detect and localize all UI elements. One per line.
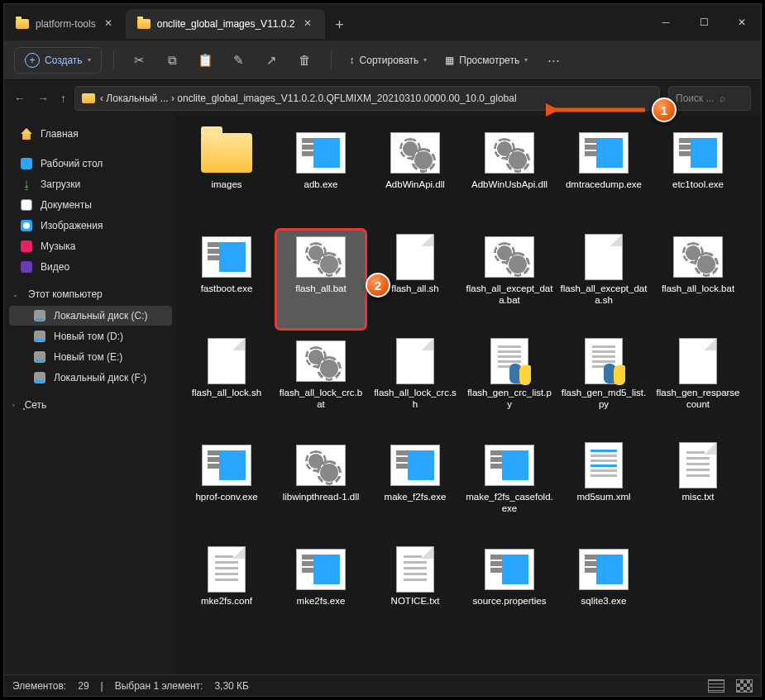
file-item[interactable]: AdbWinApi.dll [370, 125, 461, 226]
close-icon[interactable]: ✕ [103, 18, 114, 30]
file-item[interactable]: flash_all_lock.sh [181, 333, 272, 434]
file-label: AdbWinApi.dll [385, 179, 445, 191]
details-view-button[interactable] [708, 679, 724, 693]
file-item[interactable]: mke2fs.exe [275, 541, 366, 642]
file-item[interactable]: flash_gen_resparsecount [653, 333, 743, 434]
file-icon [669, 442, 727, 488]
file-item[interactable]: adb.exe [275, 125, 366, 226]
sidebar-item-label: Документы [41, 199, 92, 211]
sidebar-item-home[interactable]: Главная [9, 124, 172, 144]
file-icon [292, 234, 350, 280]
breadcrumb-lead: ‹ [100, 93, 103, 104]
sidebar-group-thispc[interactable]: ⌄ Этот компьютер [4, 283, 177, 305]
file-item[interactable]: libwinpthread-1.dll [275, 437, 366, 538]
file-item[interactable]: misc.txt [653, 437, 743, 538]
file-icon [575, 338, 633, 384]
file-icon [386, 338, 444, 384]
breadcrumb-part[interactable]: Локальный ... [106, 93, 168, 104]
sidebar-group-network[interactable]: › Сеть [4, 394, 177, 416]
sidebar-item-video[interactable]: Видео [9, 257, 172, 277]
sidebar-item-drive-c[interactable]: Локальный диск (C:) [9, 306, 172, 326]
view-button[interactable]: ▦ Просмотреть ▾ [438, 55, 534, 66]
file-item[interactable]: make_f2fs.exe [370, 437, 461, 538]
sidebar-item-pictures[interactable]: Изображения [9, 216, 172, 236]
file-item[interactable]: make_f2fs_casefold.exe [464, 437, 555, 538]
chevron-down-icon: ⌄ [12, 291, 18, 298]
file-label: flash_all_lock_crc.bat [277, 388, 365, 411]
sidebar-item-desktop[interactable]: Рабочий стол [9, 154, 172, 174]
file-grid[interactable]: imagesadb.exeAdbWinApi.dllAdbWinUsbApi.d… [178, 117, 761, 674]
file-icon [386, 130, 444, 176]
chevron-down-icon: ▾ [423, 56, 427, 64]
sidebar-item-documents[interactable]: Документы [9, 195, 172, 215]
item-count: 29 [78, 680, 88, 692]
share-button[interactable]: ↗ [258, 47, 286, 74]
file-item[interactable]: flash_gen_md5_list.py [558, 333, 649, 434]
paste-button[interactable]: 📋 [192, 47, 220, 74]
new-tab-button[interactable]: + [325, 9, 355, 40]
search-input[interactable]: Поиск ... ⌕ [668, 86, 751, 111]
minimize-button[interactable]: ─ [647, 4, 685, 40]
sidebar-item-label: Новый том (D:) [54, 331, 123, 342]
file-item[interactable]: flash_all.bat [275, 229, 366, 330]
file-item[interactable]: source.properties [464, 541, 555, 642]
chevron-right-icon: › [12, 402, 15, 409]
file-item[interactable]: etc1tool.exe [653, 125, 743, 226]
rename-button[interactable]: ✎ [225, 47, 253, 74]
file-icon [386, 546, 444, 593]
maximize-button[interactable]: ☐ [685, 4, 723, 40]
file-icon [292, 338, 350, 384]
up-button[interactable]: ↑ [60, 92, 66, 105]
sidebar-item-drive-e[interactable]: Новый том (E:) [9, 347, 172, 367]
file-icon [198, 442, 256, 488]
close-button[interactable]: ✕ [723, 4, 761, 40]
sidebar-item-downloads[interactable]: ⭳Загрузки [9, 174, 172, 194]
file-item[interactable]: mke2fs.conf [181, 541, 272, 642]
file-item[interactable]: md5sum.xml [558, 437, 649, 538]
sidebar-item-label: Рабочий стол [41, 158, 103, 169]
tab-platform-tools[interactable]: platform-tools ✕ [4, 9, 126, 39]
file-item[interactable]: fastboot.exe [181, 229, 272, 330]
sidebar-item-label: Видео [41, 261, 69, 273]
file-item[interactable]: flash_all_except_data.sh [558, 229, 649, 330]
file-item[interactable]: flash_all_lock_crc.sh [370, 333, 461, 434]
file-item[interactable]: NOTICE.txt [370, 541, 461, 642]
sidebar-item-label: Локальный диск (F:) [54, 372, 146, 383]
file-item[interactable]: AdbWinUsbApi.dll [464, 125, 555, 226]
back-button[interactable]: ← [14, 92, 26, 105]
file-icon [481, 234, 538, 280]
delete-button[interactable]: 🗑 [291, 47, 319, 74]
file-item[interactable]: dmtracedump.exe [558, 125, 649, 226]
file-icon [575, 442, 633, 488]
sort-button[interactable]: ↕ Сортировать ▾ [343, 55, 434, 66]
file-item[interactable]: flash_all_lock_crc.bat [275, 333, 366, 434]
sidebar-item-music[interactable]: Музыка [9, 236, 172, 256]
sidebar-item-label: Загрузки [41, 179, 80, 190]
cut-button[interactable]: ✂ [126, 47, 154, 74]
file-icon [575, 234, 633, 280]
tab-onclite[interactable]: onclite_global_images_V11.0.2 ✕ [126, 9, 325, 39]
file-item[interactable]: images [181, 125, 272, 226]
file-item[interactable]: flash_all_except_data.bat [464, 229, 555, 330]
toolbar: + Создать ▾ ✂ ⧉ 📋 ✎ ↗ 🗑 ↕ Сортировать ▾ … [4, 40, 761, 80]
music-icon [21, 240, 32, 252]
file-label: flash_all_lock.sh [192, 388, 261, 399]
grid-view-button[interactable] [736, 679, 753, 693]
file-label: mke2fs.conf [201, 596, 252, 607]
file-item[interactable]: flash_gen_crc_list.py [464, 333, 555, 434]
file-item[interactable]: hprof-conv.exe [181, 437, 272, 538]
sidebar-item-drive-d[interactable]: Новый том (D:) [9, 326, 172, 346]
breadcrumb-part[interactable]: onclite_global_images_V11.0.2.0.QFLMIXM_… [177, 93, 516, 104]
file-item[interactable]: flash_all_lock.bat [653, 229, 743, 330]
copy-button[interactable]: ⧉ [159, 47, 187, 74]
file-label: images [211, 179, 241, 191]
file-item[interactable]: sqlite3.exe [558, 541, 649, 642]
create-button[interactable]: + Создать ▾ [14, 47, 102, 74]
create-label: Создать [45, 55, 83, 66]
tab-label: platform-tools [36, 18, 96, 30]
more-button[interactable]: ⋯ [539, 47, 567, 74]
close-icon[interactable]: ✕ [302, 18, 313, 30]
forward-button[interactable]: → [37, 92, 49, 105]
file-label: flash_all_except_data.bat [466, 283, 553, 307]
sidebar-item-drive-f[interactable]: Локальный диск (F:) [9, 368, 172, 388]
